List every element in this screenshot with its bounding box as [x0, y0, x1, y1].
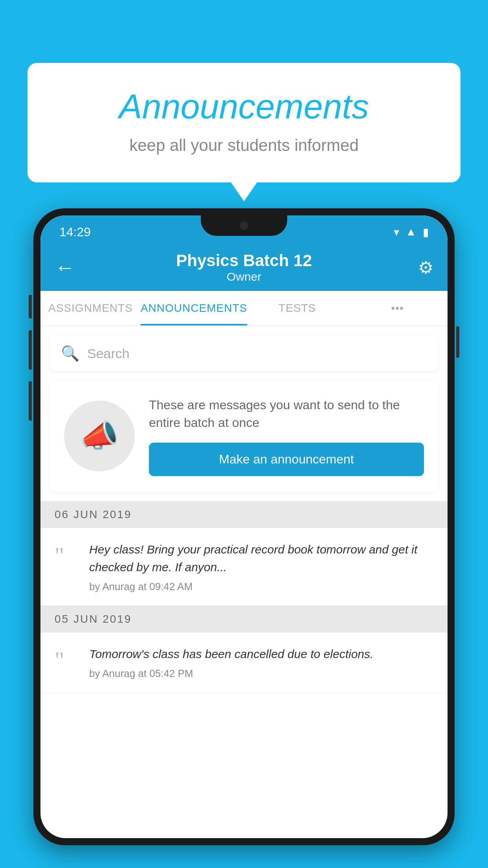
- app-bar-subtitle: Owner: [176, 270, 312, 283]
- search-bar[interactable]: 🔍 Search: [50, 336, 438, 371]
- app-bar-center: Physics Batch 12 Owner: [176, 251, 312, 283]
- back-button[interactable]: ←: [55, 256, 86, 279]
- promo-card: 📣 These are messages you want to send to…: [50, 381, 438, 492]
- settings-button[interactable]: ⚙: [418, 257, 433, 278]
- volume-up-button: [29, 330, 32, 370]
- bubble-subtitle: keep all your students informed: [59, 136, 429, 155]
- announcement-meta-1: by Anurag at 09:42 AM: [89, 581, 433, 593]
- make-announcement-button[interactable]: Make an announcement: [149, 443, 424, 476]
- tab-more[interactable]: •••: [347, 291, 448, 326]
- scrollable-content: 🔍 Search 📣 These are messages you want t…: [40, 326, 448, 838]
- announcement-item-2[interactable]: " Tomorrow's class has been cancelled du…: [40, 633, 448, 693]
- promo-content: These are messages you want to send to t…: [149, 396, 424, 476]
- camera: [240, 221, 248, 230]
- notch: [201, 215, 287, 236]
- silent-button: [29, 295, 32, 318]
- announcement-body-2: Tomorrow's class has been cancelled due …: [89, 645, 433, 680]
- speech-bubble-container: Announcements keep all your students inf…: [28, 63, 460, 182]
- megaphone-icon: 📣: [80, 417, 119, 454]
- tab-tests[interactable]: TESTS: [247, 291, 347, 326]
- tab-assignments[interactable]: ASSIGNMENTS: [40, 291, 141, 326]
- signal-icon: ▲: [405, 226, 416, 238]
- date-separator-1: 06 JUN 2019: [40, 501, 448, 528]
- quote-icon-1: ": [55, 544, 78, 567]
- tab-announcements[interactable]: ANNOUNCEMENTS: [141, 291, 247, 326]
- announcement-item-1[interactable]: " Hey class! Bring your practical record…: [40, 528, 448, 606]
- announcement-text-1: Hey class! Bring your practical record b…: [89, 541, 433, 576]
- search-icon: 🔍: [61, 345, 79, 362]
- announcement-body-1: Hey class! Bring your practical record b…: [89, 541, 433, 593]
- status-time: 14:29: [59, 225, 91, 239]
- app-bar: ← Physics Batch 12 Owner ⚙: [40, 244, 448, 291]
- promo-description: These are messages you want to send to t…: [149, 396, 424, 432]
- search-placeholder: Search: [87, 346, 130, 361]
- bubble-title: Announcements: [59, 86, 429, 127]
- announcement-text-2: Tomorrow's class has been cancelled due …: [89, 645, 433, 663]
- phone-body: 14:29 ▾ ▲ ▮ ← Physics Batch 12 Owner ⚙: [33, 208, 455, 845]
- tabs-bar: ASSIGNMENTS ANNOUNCEMENTS TESTS •••: [40, 291, 448, 326]
- battery-icon: ▮: [423, 226, 429, 239]
- power-button: [456, 326, 459, 358]
- phone-screen: 14:29 ▾ ▲ ▮ ← Physics Batch 12 Owner ⚙: [40, 215, 448, 838]
- speech-bubble: Announcements keep all your students inf…: [28, 63, 460, 182]
- status-icons: ▾ ▲ ▮: [394, 226, 429, 239]
- announcement-meta-2: by Anurag at 05:42 PM: [89, 668, 433, 680]
- volume-down-button: [29, 381, 32, 421]
- quote-icon-2: ": [55, 648, 78, 672]
- screen-content: 14:29 ▾ ▲ ▮ ← Physics Batch 12 Owner ⚙: [40, 215, 448, 838]
- date-separator-2: 05 JUN 2019: [40, 606, 448, 633]
- announcement-icon-circle: 📣: [64, 401, 135, 471]
- wifi-icon: ▾: [394, 226, 399, 239]
- app-bar-title: Physics Batch 12: [176, 251, 312, 270]
- phone-container: 14:29 ▾ ▲ ▮ ← Physics Batch 12 Owner ⚙: [33, 208, 455, 868]
